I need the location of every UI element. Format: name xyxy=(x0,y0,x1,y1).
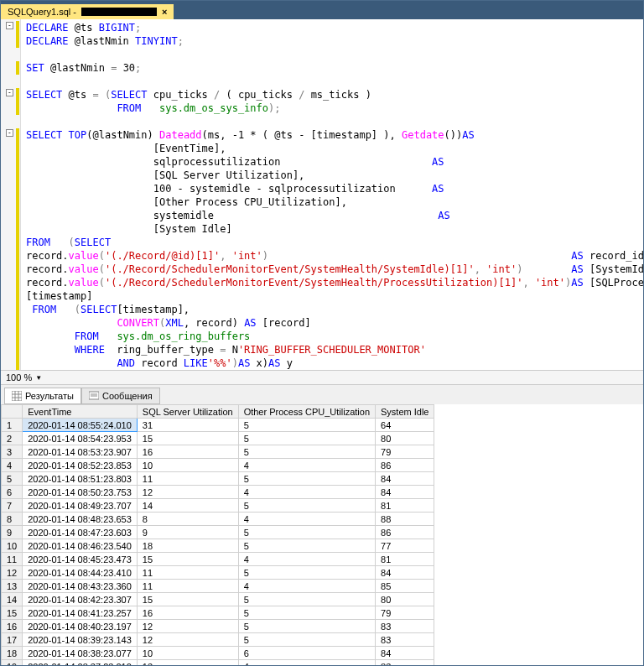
table-row[interactable]: 142020-01-14 08:42:23.30715580 xyxy=(2,593,434,606)
zoom-dropdown-icon[interactable]: ▼ xyxy=(35,374,42,382)
rownum-cell[interactable]: 4 xyxy=(2,459,23,472)
tab-results[interactable]: Результаты xyxy=(4,388,81,404)
cell[interactable]: 2020-01-14 08:51:23.803 xyxy=(23,472,138,486)
rownum-cell[interactable]: 5 xyxy=(2,472,23,486)
column-header[interactable]: SQL Server Utilization xyxy=(137,405,238,419)
rownum-cell[interactable]: 6 xyxy=(2,486,23,499)
results-grid-wrap[interactable]: EventTimeSQL Server UtilizationOther Pro… xyxy=(1,404,643,666)
rownum-cell[interactable]: 8 xyxy=(2,513,23,526)
cell[interactable]: 81 xyxy=(376,553,434,566)
table-row[interactable]: 62020-01-14 08:50:23.75312484 xyxy=(2,486,434,499)
table-row[interactable]: 42020-01-14 08:52:23.85310486 xyxy=(2,459,434,472)
file-tab[interactable]: SQLQuery1.sql - × xyxy=(1,4,174,19)
table-row[interactable]: 22020-01-14 08:54:23.95315580 xyxy=(2,432,434,445)
cell[interactable]: 2020-01-14 08:39:23.143 xyxy=(23,633,138,647)
cell[interactable]: 83 xyxy=(376,633,434,647)
collapse-toggle[interactable]: - xyxy=(6,129,13,137)
table-row[interactable]: 52020-01-14 08:51:23.80311584 xyxy=(2,472,434,486)
cell[interactable]: 80 xyxy=(376,432,434,445)
column-header[interactable]: System Idle xyxy=(376,405,434,419)
cell[interactable]: 2020-01-14 08:46:23.540 xyxy=(23,539,138,553)
cell[interactable]: 18 xyxy=(137,539,238,553)
cell[interactable]: 84 xyxy=(376,486,434,499)
cell[interactable]: 2020-01-14 08:54:23.953 xyxy=(23,432,138,445)
cell[interactable]: 5 xyxy=(238,419,375,432)
cell[interactable]: 5 xyxy=(238,620,375,633)
cell[interactable]: 12 xyxy=(137,633,238,647)
cell[interactable]: 10 xyxy=(137,647,238,660)
cell[interactable]: 5 xyxy=(238,606,375,620)
rownum-cell[interactable]: 18 xyxy=(2,647,23,660)
table-row[interactable]: 82020-01-14 08:48:23.6538488 xyxy=(2,513,434,526)
cell[interactable]: 5 xyxy=(238,539,375,553)
cell[interactable]: 5 xyxy=(238,593,375,606)
cell[interactable]: 5 xyxy=(238,566,375,580)
cell[interactable]: 80 xyxy=(376,593,434,606)
cell[interactable]: 2020-01-14 08:44:23.410 xyxy=(23,566,138,580)
table-row[interactable]: 92020-01-14 08:47:23.6039586 xyxy=(2,526,434,539)
cell[interactable]: 31 xyxy=(137,419,238,432)
column-header[interactable]: Other Process CPU_Utilization xyxy=(238,405,375,419)
cell[interactable]: 2020-01-14 08:55:24.010 xyxy=(23,419,138,432)
cell[interactable]: 4 xyxy=(238,486,375,499)
tab-messages[interactable]: Сообщения xyxy=(81,388,160,404)
cell[interactable]: 4 xyxy=(238,513,375,526)
cell[interactable]: 4 xyxy=(238,553,375,566)
cell[interactable]: 11 xyxy=(137,566,238,580)
cell[interactable]: 4 xyxy=(238,660,375,667)
cell[interactable]: 16 xyxy=(137,606,238,620)
cell[interactable]: 2020-01-14 08:38:23.077 xyxy=(23,647,138,660)
cell[interactable]: 12 xyxy=(137,486,238,499)
cell[interactable]: 2020-01-14 08:48:23.653 xyxy=(23,513,138,526)
table-row[interactable]: 192020-01-14 08:37:23.01013483 xyxy=(2,660,434,667)
cell[interactable]: 13 xyxy=(137,660,238,667)
cell[interactable]: 83 xyxy=(376,620,434,633)
rownum-cell[interactable]: 19 xyxy=(2,660,23,667)
table-row[interactable]: 112020-01-14 08:45:23.47315481 xyxy=(2,553,434,566)
rownum-cell[interactable]: 7 xyxy=(2,499,23,513)
cell[interactable]: 86 xyxy=(376,459,434,472)
cell[interactable]: 16 xyxy=(137,445,238,459)
cell[interactable]: 83 xyxy=(376,660,434,667)
table-row[interactable]: 152020-01-14 08:41:23.25716579 xyxy=(2,606,434,620)
cell[interactable]: 84 xyxy=(376,566,434,580)
cell[interactable]: 15 xyxy=(137,593,238,606)
cell[interactable]: 77 xyxy=(376,539,434,553)
table-row[interactable]: 182020-01-14 08:38:23.07710684 xyxy=(2,647,434,660)
column-header[interactable]: EventTime xyxy=(23,405,138,419)
cell[interactable]: 79 xyxy=(376,606,434,620)
rownum-cell[interactable]: 10 xyxy=(2,539,23,553)
cell[interactable]: 15 xyxy=(137,432,238,445)
table-row[interactable]: 172020-01-14 08:39:23.14312583 xyxy=(2,633,434,647)
table-row[interactable]: 162020-01-14 08:40:23.19712583 xyxy=(2,620,434,633)
cell[interactable]: 8 xyxy=(137,513,238,526)
rownum-cell[interactable]: 3 xyxy=(2,445,23,459)
cell[interactable]: 2020-01-14 08:43:23.360 xyxy=(23,580,138,593)
cell[interactable]: 84 xyxy=(376,472,434,486)
cell[interactable]: 64 xyxy=(376,419,434,432)
cell[interactable]: 2020-01-14 08:37:23.010 xyxy=(23,660,138,667)
collapse-toggle[interactable]: - xyxy=(6,89,13,96)
cell[interactable]: 2020-01-14 08:40:23.197 xyxy=(23,620,138,633)
code-editor[interactable]: - - - DECLARE @ts BIGINT; DECLARE @lastN… xyxy=(1,19,643,370)
cell[interactable]: 79 xyxy=(376,445,434,459)
rownum-cell[interactable]: 15 xyxy=(2,606,23,620)
table-row[interactable]: 122020-01-14 08:44:23.41011584 xyxy=(2,566,434,580)
cell[interactable]: 5 xyxy=(238,432,375,445)
results-grid[interactable]: EventTimeSQL Server UtilizationOther Pro… xyxy=(1,404,434,666)
cell[interactable]: 5 xyxy=(238,526,375,539)
cell[interactable]: 10 xyxy=(137,459,238,472)
rownum-cell[interactable]: 17 xyxy=(2,633,23,647)
rownum-cell[interactable]: 12 xyxy=(2,566,23,580)
cell[interactable]: 2020-01-14 08:49:23.707 xyxy=(23,499,138,513)
cell[interactable]: 5 xyxy=(238,472,375,486)
code-content[interactable]: DECLARE @ts BIGINT; DECLARE @lastNmin TI… xyxy=(21,19,643,370)
table-row[interactable]: 12020-01-14 08:55:24.01031564 xyxy=(2,419,434,432)
cell[interactable]: 2020-01-14 08:50:23.753 xyxy=(23,486,138,499)
rownum-cell[interactable]: 1 xyxy=(2,419,23,432)
cell[interactable]: 11 xyxy=(137,472,238,486)
rownum-cell[interactable]: 13 xyxy=(2,580,23,593)
table-row[interactable]: 102020-01-14 08:46:23.54018577 xyxy=(2,539,434,553)
cell[interactable]: 85 xyxy=(376,580,434,593)
table-row[interactable]: 72020-01-14 08:49:23.70714581 xyxy=(2,499,434,513)
